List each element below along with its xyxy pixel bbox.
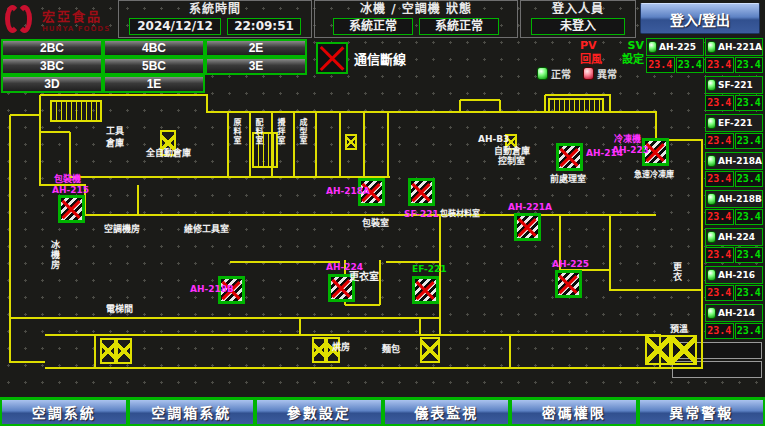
sv-value: 23.4	[735, 285, 764, 301]
nav-password-rights[interactable]: 密碼權限	[510, 399, 638, 426]
unit-button-ah-214[interactable]: AH-214	[705, 304, 763, 322]
unit-button-ah-218b[interactable]: AH-218B	[705, 190, 763, 208]
map-unit-label: AH-223	[612, 145, 649, 155]
unit-button-ef-221[interactable]: EF-221	[705, 114, 763, 132]
map-room-label: 電梯間	[106, 304, 133, 314]
unit-name-label: SF-221	[718, 80, 753, 90]
sv-value: 23.4	[735, 247, 764, 263]
sv-value: 23.4	[735, 57, 764, 73]
map-room-label: 前處理室	[550, 174, 586, 184]
map-unit-label: 包裝機	[54, 174, 81, 184]
unit-name-label: AH-214	[718, 308, 755, 318]
sv-label: SV	[628, 39, 644, 53]
chiller-status-value: 系統正常	[333, 18, 413, 35]
normal-led-icon	[537, 67, 548, 80]
unit-name-label: AH-221A	[718, 42, 762, 52]
ahu-icon-ah-225[interactable]	[555, 270, 582, 298]
system-date-value: 2024/12/12	[129, 18, 221, 35]
map-room-label: 全自動倉庫	[146, 148, 191, 158]
login-logout-button[interactable]: 登入/登出	[640, 3, 760, 34]
sv-sub-label: 設定	[622, 53, 644, 67]
map-unit-label: AH-218B	[190, 284, 234, 294]
abnormal-led-icon	[583, 67, 594, 80]
floor-button-5bc[interactable]: 5BC	[103, 57, 205, 75]
floor-button-1e[interactable]: 1E	[103, 75, 205, 93]
unit-button-sf-221[interactable]: SF-221	[705, 76, 763, 94]
nav-ahu-system[interactable]: 空調箱系統	[128, 399, 256, 426]
vent-icon	[116, 338, 132, 364]
logo-title: 宏亞食品	[42, 6, 110, 25]
map-room-label: 更衣室	[349, 272, 379, 282]
map-room-label: 原料室	[231, 118, 241, 145]
unit-button-ah-216[interactable]: AH-216	[705, 266, 763, 284]
unit-sf-221: SF-221 23.4 23.4	[705, 76, 763, 111]
unit-ah-225: AH-225 23.4 23.4	[646, 38, 704, 73]
comm-loss-legend: 通信斷線	[316, 42, 406, 74]
ahu-status-value: 系統正常	[419, 18, 499, 35]
machine-status-label: 冰機 / 空調機 狀態	[360, 1, 472, 18]
map-room-label: 急速冷凍庫	[634, 170, 674, 180]
floor-button-2e[interactable]: 2E	[205, 39, 307, 57]
company-logo: 宏亞食品 HUNYA FOODS	[4, 2, 114, 36]
vent-icon	[645, 335, 671, 365]
map-room-label: 維修工具室	[184, 224, 229, 234]
ahu-icon-sf-221[interactable]	[408, 178, 435, 206]
pv-value: 23.4	[705, 57, 734, 73]
floor-button-2bc[interactable]: 2BC	[1, 39, 103, 57]
comm-loss-icon	[316, 42, 348, 74]
map-unit-label: AH-225	[552, 259, 589, 269]
system-time-label: 系統時間	[189, 1, 241, 18]
status-led-icon	[707, 41, 716, 53]
sv-value: 23.4	[735, 209, 764, 225]
map-room-label: 預溫	[670, 324, 688, 334]
unit-button-ah-224[interactable]: AH-224	[705, 228, 763, 246]
floor-button-3bc[interactable]: 3BC	[1, 57, 103, 75]
map-room-label: 攪拌室	[275, 118, 285, 145]
status-legend: 正常 異常	[537, 66, 617, 81]
unit-name-label: AH-216	[718, 270, 755, 280]
unit-column-b: AH-221A 23.4 23.4 SF-221 23.4 23.4 EF-22…	[705, 38, 763, 342]
status-led-icon	[707, 231, 716, 243]
normal-label: 正常	[551, 66, 571, 81]
login-section: 登入人員 未登入	[520, 0, 636, 38]
nav-meter-monitor[interactable]: 儀表監視	[383, 399, 511, 426]
unit-button-ah-225[interactable]: AH-225	[646, 38, 704, 56]
comm-loss-label: 通信斷線	[354, 49, 406, 68]
map-unit-label: AH-218A	[326, 186, 370, 196]
pv-value: 23.4	[705, 95, 734, 111]
unit-ah-218b: AH-218B 23.4 23.4	[705, 190, 763, 225]
floor-plan: 工具 倉庫 全自動倉庫 包裝機 AH-215 原料室 配料室 攪拌室 成型室 A…	[0, 92, 705, 397]
status-led-icon	[707, 307, 716, 319]
map-unit-label: EF-221	[412, 264, 447, 274]
ahu-icon-ah-214[interactable]	[556, 143, 583, 171]
floor-button-3d[interactable]: 3D	[1, 75, 103, 93]
nav-hvac-system[interactable]: 空調系統	[0, 399, 128, 426]
map-room-label: 包裝材料室	[440, 209, 480, 219]
nav-parameter-set[interactable]: 參數設定	[255, 399, 383, 426]
floor-button-3e[interactable]: 3E	[205, 57, 307, 75]
status-led-icon	[707, 117, 716, 129]
unit-name-label: AH-224	[718, 232, 755, 242]
unit-button-ah-221a[interactable]: AH-221A	[705, 38, 763, 56]
map-unit-label: SF-221	[404, 209, 439, 219]
ahu-icon-ah-215[interactable]	[58, 195, 85, 223]
sv-value: 23.4	[735, 323, 764, 339]
logo-subtitle: HUNYA FOODS	[42, 25, 110, 33]
system-time-value: 22:09:51	[227, 18, 301, 35]
floor-button-4bc[interactable]: 4BC	[103, 39, 205, 57]
map-unit-label: AH-215	[52, 185, 89, 195]
ahu-icon-ah-221a[interactable]	[514, 213, 541, 241]
pv-sub-label: 回風	[580, 53, 602, 67]
map-room-label: 配料室	[253, 118, 263, 145]
map-unit-label: 冷凍機	[614, 134, 641, 144]
unit-name-label: AH-218B	[718, 194, 762, 204]
map-room-label: 控制室	[498, 156, 525, 166]
unit-button-ah-218a[interactable]: AH-218A	[705, 152, 763, 170]
map-room-label: 冰機房	[50, 240, 60, 270]
floor-buttons: 2BC 4BC 2E 3BC 5BC 3E 3D 1E	[1, 39, 307, 93]
sv-value: 23.4	[735, 133, 764, 149]
nav-alarm[interactable]: 異常警報	[638, 399, 765, 426]
ahu-icon-ef-221[interactable]	[412, 276, 439, 304]
logo-icon	[4, 4, 38, 34]
stairs-icon	[50, 100, 102, 122]
